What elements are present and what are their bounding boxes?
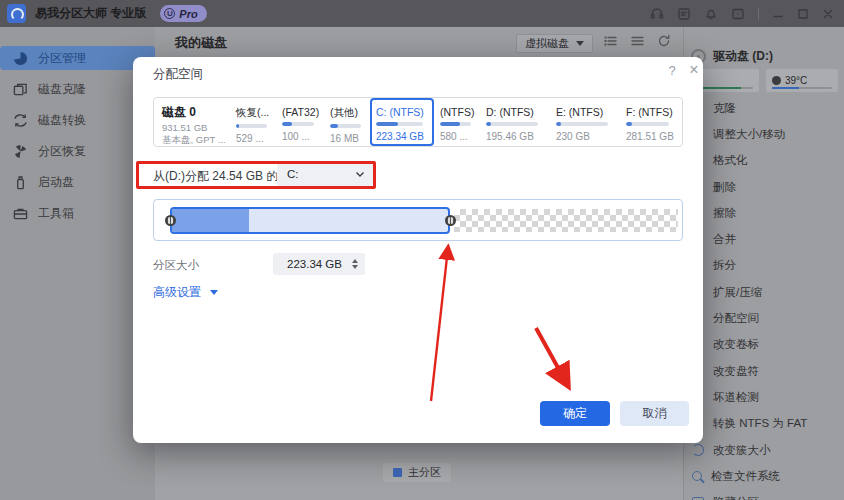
operation-item[interactable]: 克隆 (684, 95, 844, 121)
pro-badge-label: Pro (179, 8, 197, 20)
operation-item[interactable]: 拆分 (684, 253, 844, 279)
operation-label: 格式化 (713, 153, 748, 168)
partition-usage-bar (440, 122, 471, 126)
operation-label: 改变卷标 (713, 337, 759, 352)
partition-size-input[interactable]: 223.34 GB (273, 253, 365, 275)
allocate-space-dialog: 分配空间 ? × 磁盘 0 931.51 GB 基本盘, GPT ... 恢复(… (133, 57, 703, 443)
disk-convert-icon (13, 113, 28, 128)
partition-size: 580 ... (440, 131, 474, 142)
primary-partition-swatch-icon (393, 468, 402, 477)
partition-column[interactable]: (NTFS) 580 ... (434, 98, 480, 146)
operation-item[interactable]: 分配空间 (684, 305, 844, 331)
operation-item[interactable]: 合并 (684, 226, 844, 252)
operation-label: 删除 (713, 180, 736, 195)
close-button[interactable] (822, 8, 834, 20)
detail-view-icon[interactable] (603, 34, 618, 52)
partition-name: F: (NTFS) (626, 106, 674, 118)
sidebar-item-label: 磁盘转换 (38, 112, 86, 129)
partition-size: 529 ... (236, 133, 270, 144)
sidebar-item-boot-disk[interactable]: 启动盘 (0, 170, 155, 194)
partition-column[interactable]: 恢复(... 529 ... (230, 98, 276, 146)
cancel-button[interactable]: 取消 (620, 401, 689, 426)
operation-item[interactable]: 格式化 (684, 148, 844, 174)
partition-size: 281.51 GB (626, 131, 674, 142)
partition-usage-bar (626, 122, 669, 126)
partition-column[interactable]: F: (NTFS) 281.51 GB (620, 98, 680, 146)
main-header: 我的磁盘 虚拟磁盘 (155, 27, 683, 59)
drive-header-label: 驱动盘 (D:) (713, 48, 773, 65)
operation-label: 扩展/压缩 (713, 285, 762, 300)
operation-item[interactable]: 改变簇大小 (684, 437, 844, 463)
notifications-bell-icon[interactable] (704, 7, 718, 21)
disk-strip: 磁盘 0 931.51 GB 基本盘, GPT ... 恢复(... 529 .… (153, 97, 683, 147)
list-view-icon[interactable] (630, 34, 645, 52)
operation-item[interactable]: 扩展/压缩 (684, 279, 844, 305)
partition-column[interactable]: (其他) 16 MB (324, 98, 370, 146)
operation-item[interactable]: 删除 (684, 174, 844, 200)
sidebar-item-partition-manager[interactable]: 分区管理 (0, 46, 155, 70)
partition-column[interactable]: C: (NTFS) 223.34 GB (370, 98, 434, 146)
operation-label: 克隆 (713, 101, 736, 116)
operation-item[interactable]: 隐藏分区 (684, 489, 844, 500)
advanced-settings-toggle[interactable]: 高级设置 (153, 284, 218, 301)
support-headset-icon[interactable] (650, 7, 664, 21)
minimize-to-tray-icon[interactable] (731, 7, 745, 21)
app-window: 易我分区大师 专业版 U Pro 分区管理 磁盘克隆 磁盘转换 (0, 0, 844, 500)
maximize-button[interactable] (797, 8, 809, 20)
dialog-title: 分配空间 (153, 66, 203, 83)
slider-left-handle[interactable] (165, 215, 176, 226)
partition-usage-fill (330, 124, 338, 128)
slider-right-handle[interactable] (445, 215, 456, 226)
sidebar-item-toolbox[interactable]: 工具箱 (0, 201, 155, 225)
sidebar: 分区管理 磁盘克隆 磁盘转换 分区恢复 启动盘 工具箱 (0, 27, 155, 500)
operation-item[interactable]: 坏道检测 (684, 384, 844, 410)
size-stepper[interactable] (352, 259, 358, 270)
dialog-close-button[interactable]: × (685, 61, 703, 79)
partition-usage-fill (282, 122, 292, 126)
titlebar-separator (758, 8, 759, 20)
sidebar-item-label: 分区管理 (38, 50, 86, 67)
operation-item[interactable]: 擦除 (684, 200, 844, 226)
operation-label: 改变簇大小 (713, 443, 771, 458)
partition-usage-bar (282, 122, 314, 126)
partition-recovery-icon (13, 144, 28, 159)
stepper-up-icon[interactable] (352, 259, 358, 263)
operation-label: 坏道检测 (713, 390, 759, 405)
legend-primary-partition: 主分区 (383, 463, 451, 482)
allocate-target-select[interactable]: C: (277, 162, 373, 186)
operation-label: 分配空间 (713, 311, 759, 326)
sidebar-item-partition-recovery[interactable]: 分区恢复 (0, 139, 155, 163)
partition-usage-bar (486, 122, 538, 126)
operation-icon (692, 471, 702, 481)
allocated-region[interactable] (170, 207, 450, 234)
partition-column[interactable]: D: (NTFS) 195.46 GB (480, 98, 550, 146)
operations-panel: 驱动盘 (D:) 39°C 克隆 调整大小/移动 格式化 (683, 27, 844, 500)
operation-icon (692, 497, 704, 500)
partition-column[interactable]: E: (NTFS) 230 GB (550, 98, 620, 146)
app-logo-icon (7, 4, 26, 23)
feedback-note-icon[interactable] (677, 7, 691, 21)
thermometer-icon (772, 76, 781, 85)
operation-item[interactable]: 改变卷标 (684, 332, 844, 358)
partition-column[interactable]: (FAT32) 100 ... (276, 98, 324, 146)
refresh-icon[interactable] (657, 34, 671, 52)
allocate-target-value: C: (287, 168, 299, 180)
operation-item[interactable]: 调整大小/移动 (684, 121, 844, 147)
operation-item[interactable]: 转换 NTFS 为 FAT (684, 411, 844, 437)
sidebar-item-disk-clone[interactable]: 磁盘克隆 (0, 77, 155, 101)
partition-usage-fill (626, 122, 632, 126)
operation-label: 改变盘符 (713, 364, 759, 379)
sidebar-item-disk-convert[interactable]: 磁盘转换 (0, 108, 155, 132)
dialog-help-button[interactable]: ? (663, 63, 681, 78)
legend-label: 主分区 (408, 465, 441, 480)
partition-list: 恢复(... 529 ... (FAT32) 100 ... (其他) 16 M… (230, 98, 680, 146)
minimize-button[interactable] (772, 8, 784, 20)
operation-label: 合并 (713, 232, 736, 247)
boot-disk-icon (13, 175, 28, 190)
virtual-disk-dropdown[interactable]: 虚拟磁盘 (516, 34, 593, 53)
operation-item[interactable]: 检查文件系统 (684, 463, 844, 489)
stepper-down-icon[interactable] (352, 265, 358, 269)
partition-size-label: 分区大小 (153, 258, 199, 273)
operation-item[interactable]: 改变盘符 (684, 358, 844, 384)
ok-button[interactable]: 确定 (540, 401, 610, 426)
